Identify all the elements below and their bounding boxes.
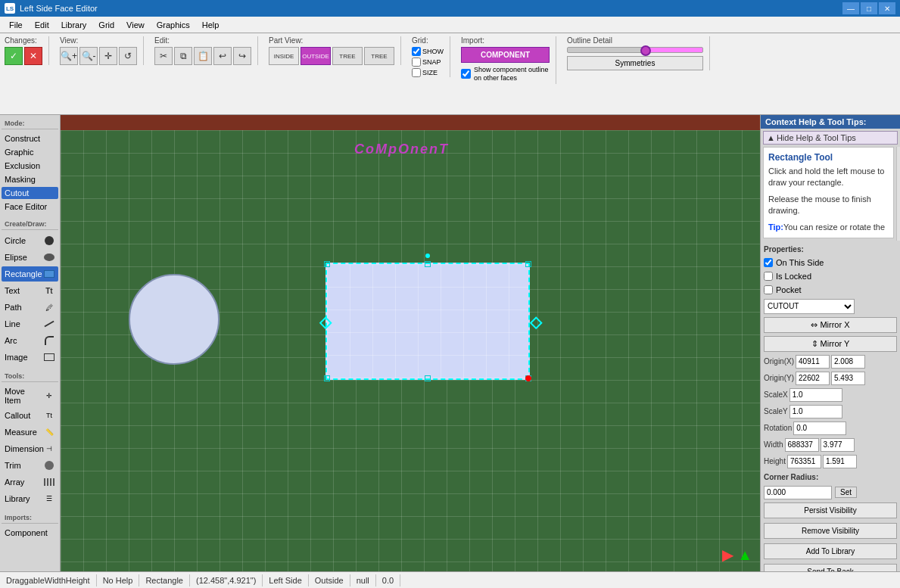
sidebar-item-circle[interactable]: Circle	[2, 233, 58, 248]
undo-button[interactable]: ↩	[213, 47, 232, 65]
zoom-out-button[interactable]: 🔍-	[79, 47, 98, 65]
canvas-rect[interactable]	[325, 263, 530, 380]
sidebar-item-array[interactable]: Array	[2, 474, 58, 490]
sidebar-item-line[interactable]: Line	[2, 316, 58, 331]
cancel-changes-button[interactable]: ✕	[24, 47, 42, 65]
handle-red-corner[interactable]	[525, 375, 531, 381]
type-select[interactable]: CUTOUT	[764, 299, 855, 314]
maximize-button[interactable]: □	[861, 2, 877, 14]
minimize-button[interactable]: —	[842, 2, 859, 14]
send-to-back-button[interactable]: Send To Back	[764, 564, 897, 571]
redo-button[interactable]: ↪	[233, 47, 251, 65]
size-grid-checkbox[interactable]	[412, 68, 421, 77]
sidebar-item-callout[interactable]: Callout Tt	[2, 408, 58, 423]
help-scrollbar[interactable]	[896, 147, 900, 241]
tree-button-2[interactable]: TREE	[364, 47, 394, 65]
hide-help-button[interactable]: ▲ Hide Help & Tool Tips	[763, 131, 898, 145]
edit-buttons: ✂ ⧉ 📋 ↩ ↪	[154, 47, 251, 65]
sidebar-item-component[interactable]: Component	[2, 527, 58, 539]
accept-changes-button[interactable]: ✓	[5, 47, 23, 65]
pocket-row: Pocket	[764, 285, 897, 294]
menu-file[interactable]: File	[3, 19, 29, 31]
set-button[interactable]: Set	[835, 487, 857, 498]
handle-top-left[interactable]	[324, 261, 330, 267]
menu-graphics[interactable]: Graphics	[151, 19, 196, 31]
scale-y-input[interactable]	[789, 405, 842, 418]
sidebar-item-masking[interactable]: Masking	[2, 173, 58, 185]
persist-visibility-button[interactable]: Persist Visibility	[764, 502, 897, 518]
handle-bottom-left[interactable]	[324, 375, 330, 381]
canvas-area[interactable]: CoMpOnenT	[61, 115, 760, 571]
sidebar-item-dimension[interactable]: Dimension ⊣	[2, 441, 58, 456]
sidebar-item-measure[interactable]: Measure 📏	[2, 425, 58, 440]
corner-radius-input[interactable]	[764, 486, 832, 499]
titlebar-controls[interactable]: — □ ✕	[842, 2, 895, 14]
view-group: View: 🔍+ 🔍- ✛ ↺	[60, 36, 144, 65]
sidebar-item-cutout[interactable]: Cutout	[2, 187, 58, 199]
menu-edit[interactable]: Edit	[29, 19, 55, 31]
width-input-2[interactable]	[821, 438, 855, 452]
sidebar-item-graphic[interactable]: Graphic	[2, 146, 58, 158]
show-component-checkbox[interactable]	[461, 69, 471, 79]
is-locked-row: Is Locked	[764, 272, 897, 281]
tree-button-1[interactable]: TREE	[332, 47, 363, 65]
origin-y-input-1[interactable]	[796, 372, 830, 385]
menu-grid[interactable]: Grid	[92, 19, 120, 31]
origin-y-input-2[interactable]	[831, 372, 865, 385]
height-input-2[interactable]	[823, 455, 857, 468]
pan-button[interactable]: ✛	[99, 47, 117, 65]
snap-grid-checkbox[interactable]	[412, 58, 421, 67]
outline-slider-thumb[interactable]	[640, 45, 651, 56]
pocket-checkbox[interactable]	[764, 285, 773, 294]
show-grid-checkbox[interactable]	[412, 47, 421, 56]
sidebar-item-library[interactable]: Library ☰	[2, 491, 58, 506]
scale-x-input[interactable]	[789, 388, 842, 402]
rotation-handle[interactable]	[425, 254, 430, 258]
canvas-circle[interactable]	[129, 274, 220, 365]
origin-x-input-2[interactable]	[831, 355, 865, 369]
sidebar-item-arc[interactable]: Arc	[2, 333, 58, 348]
component-import-button[interactable]: COMPONENT	[461, 47, 550, 63]
menu-help[interactable]: Help	[196, 19, 226, 31]
remove-visibility-button[interactable]: Remove Visibility	[764, 523, 897, 539]
sidebar-item-face-editor[interactable]: Face Editor	[2, 201, 58, 213]
handle-top-right[interactable]	[525, 261, 531, 267]
close-button[interactable]: ✕	[879, 2, 895, 14]
sidebar-item-rectangle[interactable]: Rectangle	[2, 266, 58, 282]
inside-button[interactable]: INSIDE	[269, 47, 299, 65]
mirror-x-button[interactable]: ⇔ Mirror X	[764, 317, 897, 333]
outline-slider-track[interactable]	[567, 47, 703, 53]
origin-x-input-1[interactable]	[796, 355, 830, 369]
size-grid-label: SIZE	[422, 69, 438, 76]
sidebar-item-trim[interactable]: Trim	[2, 458, 58, 473]
handle-right-mid[interactable]	[530, 316, 543, 329]
sidebar-item-exclusion[interactable]: Exclusion	[2, 160, 58, 172]
sidebar-item-path[interactable]: Path 🖉	[2, 300, 58, 315]
width-input-1[interactable]	[785, 438, 819, 452]
paste-button[interactable]: 📋	[194, 47, 212, 65]
handle-bottom-mid[interactable]	[425, 375, 431, 381]
handle-top-mid[interactable]	[425, 261, 431, 267]
library-icon: ☰	[43, 493, 55, 505]
refresh-button[interactable]: ↺	[119, 47, 137, 65]
height-input-1[interactable]	[787, 455, 821, 468]
cut-button[interactable]: ✂	[154, 47, 173, 65]
sidebar-item-move-item[interactable]: Move Item ✛	[2, 385, 58, 406]
canvas-rect-container[interactable]	[325, 263, 530, 380]
on-this-side-checkbox[interactable]	[764, 258, 773, 267]
zoom-in-button[interactable]: 🔍+	[60, 47, 78, 65]
is-locked-checkbox[interactable]	[764, 272, 773, 281]
snap-grid-item: SNAP	[412, 58, 444, 67]
mirror-y-button[interactable]: ⇕ Mirror Y	[764, 336, 897, 352]
rotation-input[interactable]	[793, 422, 846, 435]
copy-button[interactable]: ⧉	[174, 47, 192, 65]
symmetries-button[interactable]: Symmetries	[567, 56, 703, 70]
outside-button[interactable]: OUTSIDE	[301, 47, 331, 65]
sidebar-item-construct[interactable]: Construct	[2, 132, 58, 145]
sidebar-item-elipse[interactable]: Elipse	[2, 250, 58, 265]
menu-view[interactable]: View	[120, 19, 151, 31]
sidebar-item-text[interactable]: Text Tt	[2, 283, 58, 298]
menu-library[interactable]: Library	[55, 19, 93, 31]
add-to-library-button[interactable]: Add To Library	[764, 543, 897, 559]
sidebar-item-image[interactable]: Image	[2, 350, 58, 365]
